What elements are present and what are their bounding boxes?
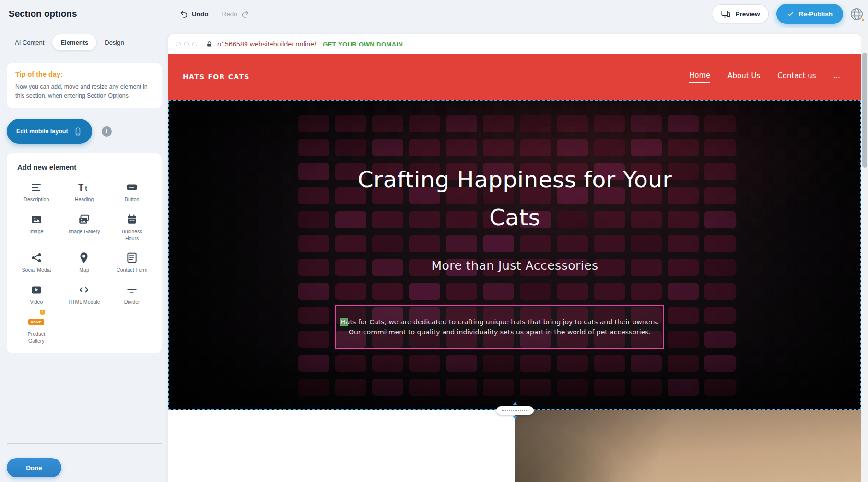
element-label: Social Media — [22, 267, 51, 274]
preview-label: Preview — [735, 11, 760, 18]
element-heading[interactable]: Tt Heading — [60, 179, 108, 205]
site-logo[interactable]: HATS FOR CATS — [183, 73, 250, 80]
info-icon[interactable]: i — [102, 126, 112, 137]
hero-section[interactable]: Crafting Happiness for Your Cats More th… — [168, 100, 861, 410]
shop-badge: SHOP — [28, 319, 44, 325]
element-social-media[interactable]: Social Media — [12, 249, 60, 275]
element-label: Business Hours — [116, 229, 148, 242]
element-html-module[interactable]: HTML Module — [60, 281, 108, 307]
divider-icon — [126, 283, 138, 296]
next-section-photo — [515, 410, 862, 482]
site-nav: Home About Us Contact us ... — [689, 71, 840, 83]
nav-home[interactable]: Home — [689, 71, 710, 83]
scrollbar[interactable] — [861, 28, 868, 482]
editor-canvas: n1566589.websitebuilder.online/ GET YOUR… — [168, 28, 868, 482]
preview-button[interactable]: Preview — [712, 4, 769, 23]
map-icon — [78, 251, 90, 264]
nav-about-us[interactable]: About Us — [727, 71, 760, 82]
undo-button[interactable]: Undo — [179, 10, 209, 19]
image-gallery-icon — [78, 212, 90, 226]
element-business-hours[interactable]: Business Hours — [108, 211, 156, 243]
history-controls: Undo Redo — [179, 10, 250, 19]
element-label: Heading — [75, 196, 94, 203]
arrow-up-icon — [513, 402, 517, 405]
element-label: Contact Form — [117, 267, 147, 274]
hero-subheading[interactable]: More than Just Accessories — [431, 259, 598, 273]
sidebar-divider — [7, 443, 162, 444]
social-media-icon — [30, 251, 43, 264]
product-gallery-icon: SHOP ↑ — [28, 315, 45, 328]
done-button[interactable]: Done — [7, 458, 61, 477]
republish-button[interactable]: Re-Publish — [776, 4, 843, 24]
hero-heading[interactable]: Crafting Happiness for Your Cats — [357, 161, 673, 237]
element-image-gallery[interactable]: Image Gallery — [60, 211, 108, 243]
element-image[interactable]: Image — [12, 211, 60, 243]
app: Section options Undo Redo Preview — [0, 0, 868, 482]
element-divider[interactable]: Divider — [108, 281, 156, 307]
button-icon — [126, 180, 138, 194]
republish-label: Re-Publish — [798, 11, 833, 18]
nav-more[interactable]: ... — [833, 71, 840, 82]
business-hours-icon — [126, 212, 138, 226]
phone-icon — [73, 127, 82, 136]
element-label: Video — [30, 299, 43, 306]
scrollbar-thumb[interactable] — [862, 53, 867, 168]
element-label: Map — [79, 267, 89, 274]
element-label: Divider — [124, 299, 140, 306]
element-label: Image Gallery — [69, 229, 100, 235]
element-description[interactable]: Description — [12, 179, 60, 205]
section-resize-handle[interactable] — [496, 402, 534, 419]
element-video[interactable]: Video — [12, 281, 60, 307]
edit-mobile-layout-button[interactable]: Edit mobile layout — [7, 119, 92, 144]
browser-bar: n1566589.websitebuilder.online/ GET YOUR… — [168, 34, 861, 54]
tab-elements[interactable]: Elements — [52, 34, 96, 50]
add-element-panel: Add new element Description Tt Heading — [7, 153, 162, 353]
mobile-layout-row: Edit mobile layout i — [7, 119, 162, 144]
element-contact-form[interactable]: Contact Form — [108, 249, 156, 275]
contact-form-icon — [126, 251, 138, 264]
tab-design[interactable]: Design — [96, 34, 132, 50]
element-product-gallery[interactable]: SHOP ↑ Product Gallery — [12, 313, 60, 346]
page-title: Section options — [9, 9, 77, 19]
redo-label: Redo — [222, 11, 237, 18]
site-header[interactable]: HATS FOR CATS Home About Us Contact us .… — [168, 54, 861, 100]
html-module-icon — [78, 283, 90, 296]
sidebar-tabs: AI Content Elements Design — [7, 34, 162, 50]
site-url[interactable]: n1566589.websitebuilder.online/ — [217, 40, 316, 48]
tip-title: Tip of the day: — [15, 70, 153, 78]
next-section — [168, 410, 861, 482]
selected-description-element[interactable]: Hats for Cats, we are dedicated to craft… — [335, 305, 664, 349]
undo-label: Undo — [192, 11, 209, 18]
upgrade-badge: ↑ — [39, 309, 46, 316]
element-grid: Description Tt Heading Button — [12, 179, 156, 345]
svg-text:t: t — [85, 184, 88, 192]
element-label: HTML Module — [68, 299, 100, 306]
image-icon — [30, 212, 43, 226]
element-map[interactable]: Map — [60, 249, 108, 275]
topbar-actions: Preview Re-Publish — [712, 4, 843, 24]
undo-icon — [179, 10, 188, 19]
check-icon — [787, 11, 794, 18]
element-button[interactable]: Button — [108, 179, 156, 205]
hero-content: Crafting Happiness for Your Cats More th… — [168, 100, 861, 410]
svg-text:T: T — [79, 183, 84, 193]
site-preview: HATS FOR CATS Home About Us Contact us .… — [168, 54, 861, 482]
redo-button[interactable]: Redo — [222, 10, 250, 19]
body-row: AI Content Elements Design Tip of the da… — [0, 28, 868, 482]
edit-mobile-label: Edit mobile layout — [16, 128, 68, 135]
nav-contact-us[interactable]: Contact us — [777, 71, 816, 82]
heading-icon: Tt — [78, 180, 90, 194]
redo-icon — [241, 10, 250, 19]
language-globe-button[interactable] — [847, 4, 866, 23]
element-label: Product Gallery — [20, 331, 53, 344]
sidebar-bottom: Done — [7, 443, 162, 477]
devices-preview-icon — [721, 9, 731, 19]
get-domain-link[interactable]: GET YOUR OWN DOMAIN — [323, 41, 403, 48]
element-label: Button — [125, 196, 140, 203]
add-element-title: Add new element — [17, 163, 156, 171]
selection-resize-handle[interactable] — [340, 318, 348, 326]
tab-ai-content[interactable]: AI Content — [7, 34, 52, 50]
element-label: Image — [29, 229, 43, 235]
window-dots — [176, 42, 197, 46]
topbar: Section options Undo Redo Preview — [0, 0, 868, 28]
